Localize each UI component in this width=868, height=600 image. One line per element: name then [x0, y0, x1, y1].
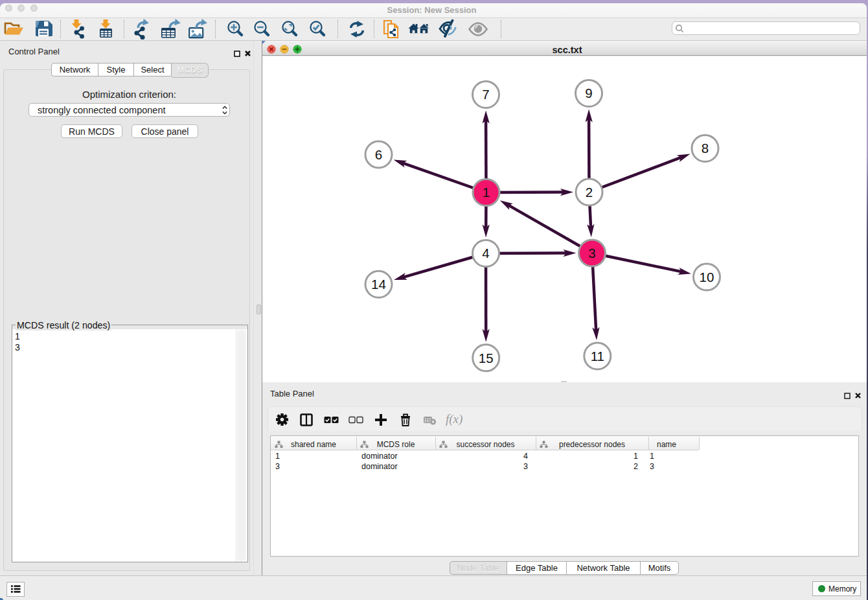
svg-text:15: 15 — [479, 351, 494, 365]
svg-text:9: 9 — [585, 86, 592, 100]
svg-text:1: 1 — [483, 185, 490, 200]
svg-text:6: 6 — [375, 147, 382, 162]
svg-text:3: 3 — [588, 246, 595, 260]
svg-text:8: 8 — [702, 141, 709, 156]
svg-text:4: 4 — [482, 246, 489, 260]
svg-text:7: 7 — [482, 87, 489, 102]
svg-text:10: 10 — [700, 270, 714, 284]
svg-text:14: 14 — [371, 277, 386, 292]
svg-text:2: 2 — [586, 185, 593, 200]
svg-text:11: 11 — [591, 349, 604, 363]
